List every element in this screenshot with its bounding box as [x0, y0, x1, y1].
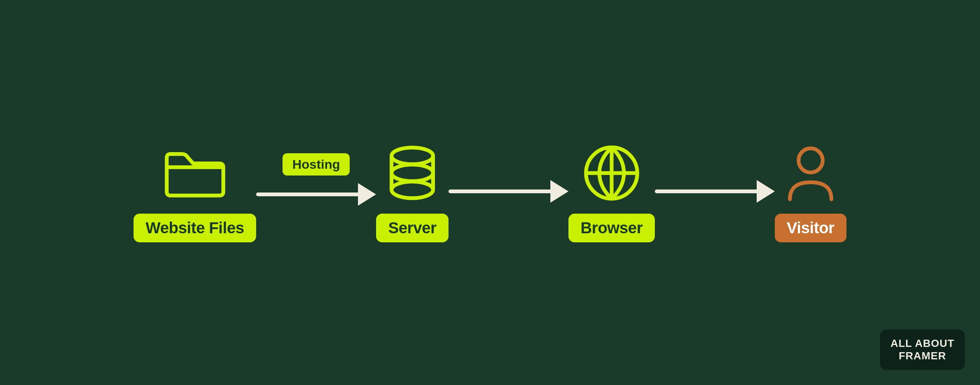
node-website-files: Website Files	[134, 143, 256, 242]
website-files-label: Website Files	[134, 214, 256, 242]
arrow-shaft-1	[256, 193, 358, 196]
arrow-head-2	[550, 180, 568, 203]
arrow-head-1	[358, 183, 376, 206]
arrow-shaft-3	[655, 190, 757, 193]
svg-point-8	[799, 149, 823, 173]
person-icon	[786, 143, 835, 203]
arrow-shaft-2	[449, 190, 550, 193]
hosting-label: Hosting	[283, 153, 350, 176]
arrow-2	[449, 160, 568, 203]
folder-icon	[163, 143, 227, 203]
svg-point-1	[391, 165, 433, 181]
svg-point-0	[391, 148, 433, 164]
node-visitor: Visitor	[775, 143, 846, 242]
branding-line2: FRAMER	[891, 350, 955, 363]
visitor-label: Visitor	[775, 214, 846, 242]
server-label: Server	[376, 214, 449, 242]
node-server: Server	[376, 143, 449, 242]
branding-line1: ALL ABOUT	[891, 337, 955, 350]
arrow-3	[655, 160, 775, 203]
globe-icon	[582, 143, 641, 203]
node-browser: Browser	[568, 143, 655, 242]
arrow-head-3	[757, 180, 775, 203]
branding: ALL ABOUT FRAMER	[880, 329, 965, 370]
database-icon	[386, 143, 439, 203]
svg-point-2	[391, 182, 433, 198]
browser-label: Browser	[568, 214, 655, 242]
arrow-hosting: Hosting	[256, 157, 376, 206]
diagram: Website Files Hosting Server	[134, 143, 846, 242]
